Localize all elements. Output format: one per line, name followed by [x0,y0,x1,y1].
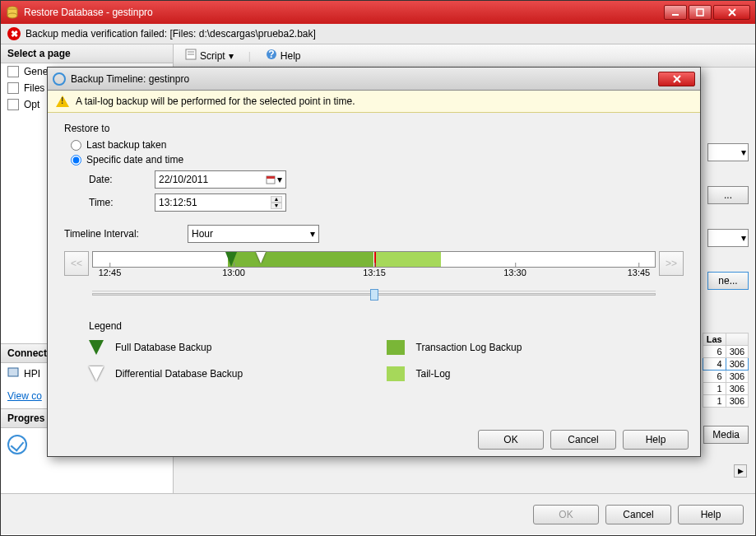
legend-diff-backup: Differential Database Backup [89,366,387,381]
modal-titlebar: Backup Timeline: gestinpro [48,68,700,91]
calendar-icon[interactable]: ▾ [257,174,282,185]
modal-cancel-button[interactable]: Cancel [550,430,616,450]
date-input[interactable]: 22/10/2011 ▾ [155,170,286,189]
browse-button-partial[interactable]: ... [707,186,749,204]
tail-log-segment [374,252,442,267]
warning-icon [56,96,69,107]
transaction-log-icon [387,340,405,355]
radio-last-backup[interactable]: Last backup taken [71,139,684,151]
backup-timeline-dialog: Backup Timeline: gestinpro A tail-log ba… [47,67,701,457]
full-backup-marker [225,252,237,267]
slider-thumb[interactable] [370,289,378,301]
chevron-down-icon: ▾ [310,228,315,240]
time-spinner[interactable]: ▲▼ [271,196,282,209]
full-backup-icon [89,340,104,355]
error-bar: ✖ Backup media verification failed: [Fil… [1,24,755,44]
select-page-header: Select a page [1,44,173,63]
modal-ok-button[interactable]: OK [478,430,544,450]
window-controls [664,5,750,20]
main-window-title: Restore Database - gestinpro [24,7,664,18]
page-icon [7,82,19,94]
main-footer: OK Cancel Help [1,493,755,534]
timeline-ticks: 12:45 13:00 13:15 13:30 13:45 [92,268,656,289]
combo-partial[interactable]: ▾ [707,143,749,161]
close-button[interactable] [713,5,750,20]
tail-log-icon [387,366,405,381]
modal-close-button[interactable] [658,72,695,86]
table-row[interactable]: 4306 [703,358,748,371]
help-icon: ? [266,49,277,63]
minimize-button[interactable] [664,5,687,20]
radio-specific-datetime[interactable]: Specific date and time [71,154,684,165]
radio-specific-input[interactable] [71,155,81,165]
modal-footer: OK Cancel Help [48,423,700,456]
table-row[interactable]: 1306 [703,395,748,408]
content-toolbar: Script ▾ | ? Help [174,44,755,68]
legend: Legend Full Database Backup Transaction … [89,320,684,381]
error-message: Backup media verification failed: [Files… [26,28,316,40]
radio-last-input[interactable] [71,140,81,151]
modal-title: Backup Timeline: gestinpro [71,73,658,85]
table-header-last: Las [703,333,726,346]
main-cancel-button[interactable]: Cancel [605,505,671,524]
interval-row: Timeline Interval: Hour ▾ [64,225,684,243]
main-help-button[interactable]: Help [678,505,744,524]
table-row[interactable]: 6306 [703,371,748,383]
timeline-prev-button[interactable]: << [64,251,89,276]
svg-rect-16 [267,176,275,179]
legend-tail-log: Tail-Log [387,366,684,381]
main-ok-button: OK [533,505,599,524]
page-icon [7,66,19,77]
scroll-right-icon[interactable]: ▶ [734,464,747,478]
modal-help-button[interactable]: Help [623,430,689,450]
interval-select[interactable]: Hour ▾ [188,225,319,243]
page-icon [7,99,19,110]
maximize-button[interactable] [689,5,712,20]
combo-partial-2[interactable]: ▾ [707,229,749,247]
restore-to-label: Restore to [64,123,684,134]
time-label: Time: [89,197,155,208]
diff-backup-icon [89,366,104,381]
clock-icon [53,72,66,86]
timeline-slider[interactable] [92,291,656,304]
script-button[interactable]: Script ▾ [180,47,239,64]
database-icon [6,6,19,19]
timeline: 12:45 13:00 13:15 13:30 13:45 [92,251,656,304]
table-row[interactable]: 1306 [703,383,748,395]
partial-controls: ▾ ... ▾ ne... [707,143,749,315]
time-input[interactable]: 13:12:51 ▲▼ [155,193,286,212]
help-button[interactable]: ? Help [261,47,306,64]
verify-media-button-partial[interactable]: Media [703,426,749,444]
time-row: Time: 13:12:51 ▲▼ [89,193,684,212]
warning-text: A tail-log backup will be performed for … [76,96,355,107]
chevron-down-icon: ▾ [229,50,234,62]
transaction-log-segment [228,252,374,267]
server-icon [7,366,19,380]
legend-title: Legend [89,320,684,332]
error-icon: ✖ [7,27,21,40]
svg-point-2 [7,13,17,18]
svg-text:?: ? [268,49,274,60]
timeline-next-button[interactable]: >> [659,251,684,276]
backup-table-partial: Las 6306 4306 6306 1306 1306 [703,333,749,408]
timeline-container: << 12:45 13:00 13:15 13:30 13:45 [64,251,684,304]
legend-full-backup: Full Database Backup [89,340,387,355]
date-label: Date: [89,174,155,185]
progress-done-icon [7,435,27,454]
timeline-button-partial[interactable]: ne... [707,272,749,290]
modal-body: Restore to Last backup taken Specific da… [48,113,700,391]
svg-rect-7 [8,368,18,376]
date-row: Date: 22/10/2011 ▾ [89,170,684,189]
interval-label: Timeline Interval: [64,228,188,240]
svg-rect-4 [697,9,703,16]
legend-transaction-log: Transaction Log Backup [387,340,684,355]
script-icon [185,49,197,63]
diff-backup-marker [256,252,266,263]
modal-warning-bar: A tail-log backup will be performed for … [48,91,700,113]
main-titlebar: Restore Database - gestinpro [1,1,755,24]
table-row[interactable]: 6306 [703,346,748,358]
